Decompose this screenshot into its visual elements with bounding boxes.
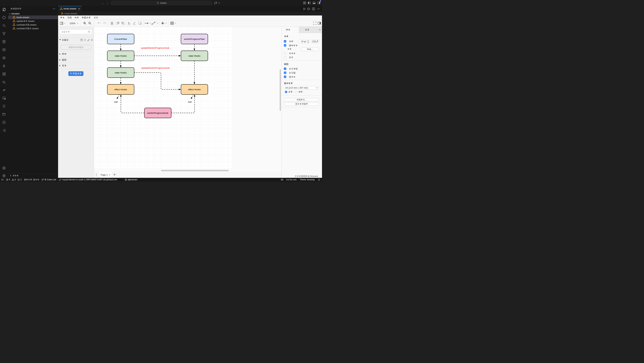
- svg-text:null: null: [188, 101, 192, 103]
- svg-text:CurrentFiber: CurrentFiber: [114, 38, 127, 40]
- svg-text:workInProgressFiber: workInProgressFiber: [184, 38, 205, 40]
- svg-text:updateWorkInProgressHook: updateWorkInProgressHook: [141, 47, 170, 49]
- svg-text:null: null: [114, 101, 118, 103]
- svg-text:state Hooks: state Hooks: [188, 55, 200, 57]
- svg-text:workInProgressHook: workInProgressHook: [147, 112, 168, 114]
- svg-text:effect Hooks: effect Hooks: [114, 88, 127, 91]
- svg-text:state Hooks: state Hooks: [115, 71, 127, 74]
- svg-text:state Hooks: state Hooks: [115, 55, 127, 57]
- svg-text:updateWorkInProgressHook: updateWorkInProgressHook: [141, 67, 170, 69]
- svg-text:effect Hooks: effect Hooks: [188, 88, 201, 91]
